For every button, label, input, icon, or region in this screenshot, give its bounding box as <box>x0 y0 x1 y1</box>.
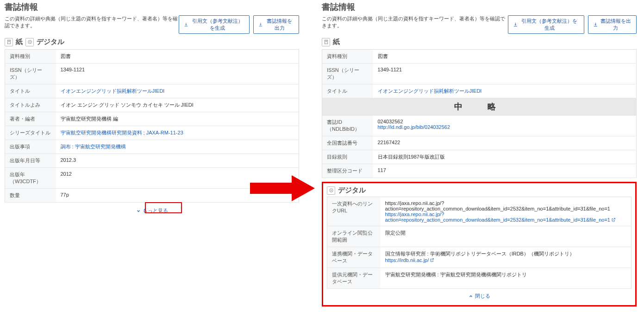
row-value: 調布 : 宇宙航空研究開発機構 <box>56 140 299 154</box>
value-link[interactable]: http://id.ndl.go.jp/bib/024032562 <box>378 124 450 130</box>
row-label: ISSN（シリーズ） <box>322 64 373 84</box>
export-bib-label: 書誌情報を出力 <box>600 18 631 32</box>
row-value: イオン エンジン グリッド ソンモウ カイセキ ツール JIEDI <box>56 98 299 112</box>
row-value: 1349-1121 <box>373 64 637 84</box>
chevron-up-icon <box>469 294 473 299</box>
external-link-icon <box>430 258 434 262</box>
bib-table-digital: 一次資料へのリンクURLhttps://jaxa.repo.nii.ac.jp/… <box>327 197 631 289</box>
table-row: 出版事項調布 : 宇宙航空研究開発機構 <box>5 140 299 154</box>
digital-icon <box>25 38 34 46</box>
row-value: 図書 <box>373 50 637 64</box>
export-bib-button[interactable]: 書誌情報を出力 <box>253 15 299 34</box>
bib-table-mid: 書誌ID（NDLBibID）024032562http://id.ndl.go.… <box>322 115 637 178</box>
paper-label: 紙 <box>333 38 340 46</box>
table-row: 資料種別図書 <box>5 50 299 64</box>
row-value: 宇宙航空研究開発機構 : 宇宙航空研究開発機構機関リポジトリ <box>381 268 631 289</box>
row-value: 図書 <box>56 50 299 64</box>
paper-label: 紙 <box>16 38 23 46</box>
row-label: 出版年（W3CDTF） <box>5 168 56 189</box>
paper-icon <box>5 38 13 46</box>
value-link[interactable]: イオンエンジングリッド損耗解析ツールJIEDI <box>378 88 482 94</box>
row-label: タイトルよみ <box>5 98 56 112</box>
download-icon <box>184 22 188 27</box>
table-row: タイトルよみイオン エンジン グリッド ソンモウ カイセキ ツール JIEDI <box>5 98 299 112</box>
row-label: 連携機関・データベース <box>327 247 381 268</box>
bib-table-top: 資料種別図書ISSN（シリーズ）1349-1121タイトルイオンエンジングリッド… <box>322 49 637 98</box>
digital-label: デジタル <box>338 186 366 195</box>
row-value: 22167422 <box>373 136 637 150</box>
close-button[interactable]: 閉じる <box>460 291 499 301</box>
row-label: タイトル <box>322 84 373 98</box>
table-row: 整理区分コード117 <box>322 164 637 178</box>
row-label: オンライン閲覧公開範囲 <box>327 226 381 247</box>
table-row: タイトルイオンエンジングリッド損耗解析ツールJIEDI <box>5 84 299 98</box>
row-value: 宇宙航空研究開発機構 編 <box>56 112 299 126</box>
row-value: 2012.3 <box>56 154 299 168</box>
value-link[interactable]: 調布 : 宇宙航空研究開発機構 <box>61 144 126 149</box>
row-value: イオンエンジングリッド損耗解析ツールJIEDI <box>56 84 299 98</box>
highlight-box-more <box>145 202 182 213</box>
generate-citation-label: 引用文（参考文献注）を生成 <box>520 18 579 32</box>
digital-highlight-box: デジタル 一次資料へのリンクURLhttps://jaxa.repo.nii.a… <box>322 182 637 307</box>
row-value: 024032562http://id.ndl.go.jp/bib/0240325… <box>373 115 637 136</box>
subtitle: この資料の詳細や典拠（同じ主題の資料を指すキーワード、著者名）等を確認できます。 <box>5 15 179 29</box>
row-value: イオンエンジングリッド損耗解析ツールJIEDI <box>373 84 637 98</box>
svg-point-1 <box>28 40 31 44</box>
table-row: 目録規則日本目録規則1987年版改訂版 <box>322 150 637 164</box>
svg-point-6 <box>331 190 331 191</box>
export-bib-button[interactable]: 書誌情報を出力 <box>588 15 637 34</box>
chevron-down-icon <box>136 209 141 213</box>
digital-icon <box>327 186 335 195</box>
svg-marker-3 <box>250 175 315 201</box>
row-label: 資料種別 <box>322 50 373 64</box>
table-row: シリーズタイトル宇宙航空研究開発機構研究開発資料 ; JAXA-RM-11-23 <box>5 126 299 140</box>
row-value: 1349-1121 <box>56 64 299 84</box>
row-label: ISSN（シリーズ） <box>5 64 56 84</box>
value-link[interactable]: https://irdb.nii.ac.jp/ <box>385 257 429 263</box>
value-link[interactable]: https://jaxa.repo.nii.ac.jp/?action=repo… <box>385 211 610 223</box>
download-icon <box>593 22 598 27</box>
omitted-banner: 中 略 <box>322 98 637 115</box>
red-arrow-icon <box>250 175 315 201</box>
download-icon <box>258 22 263 27</box>
row-label: 著者・編者 <box>5 112 56 126</box>
table-row: 出版年月日等2012.3 <box>5 154 299 168</box>
svg-point-2 <box>29 42 30 43</box>
row-value: 国立情報学研究所 : 学術機関リポジトリデータベース（IRDB）（機関リポジトリ… <box>381 247 631 268</box>
row-label: 資料種別 <box>5 50 56 64</box>
svg-point-5 <box>329 189 332 192</box>
row-label: シリーズタイトル <box>5 126 56 140</box>
row-label: 書誌ID（NDLBibID） <box>322 115 373 136</box>
right-panel: 書誌情報 この資料の詳細や典拠（同じ主題の資料を指すキーワード、著者名）等を確認… <box>322 1 637 307</box>
row-value: 限定公開 <box>381 226 631 247</box>
row-value: 117 <box>373 164 637 178</box>
row-value: 日本目録規則1987年版改訂版 <box>373 150 637 164</box>
generate-citation-button[interactable]: 引用文（参考文献注）を生成 <box>508 15 584 34</box>
table-row: 提供元機関・データベース宇宙航空研究開発機構 : 宇宙航空研究開発機構機関リポジ… <box>327 268 631 289</box>
value-link[interactable]: イオンエンジングリッド損耗解析ツールJIEDI <box>61 88 165 94</box>
row-label: 出版年月日等 <box>5 154 56 168</box>
subtitle: この資料の詳細や典拠（同じ主題の資料を指すキーワード、著者名）等を確認できます。 <box>322 15 508 29</box>
row-label: 数量 <box>5 189 56 203</box>
heading: 書誌情報 <box>322 1 637 13</box>
digital-label: デジタル <box>37 38 64 46</box>
table-row: 全国書誌番号22167422 <box>322 136 637 150</box>
row-value: https://jaxa.repo.nii.ac.jp/?action=repo… <box>381 197 631 226</box>
generate-citation-button[interactable]: 引用文（参考文献注）を生成 <box>179 15 250 34</box>
value-link[interactable]: 宇宙航空研究開発機構研究開発資料 ; JAXA-RM-11-23 <box>61 130 183 135</box>
row-label: 一次資料へのリンクURL <box>327 197 381 226</box>
table-row: タイトルイオンエンジングリッド損耗解析ツールJIEDI <box>322 84 637 98</box>
row-label: 出版事項 <box>5 140 56 154</box>
row-label: 全国書誌番号 <box>322 136 373 150</box>
download-icon <box>513 22 518 27</box>
table-row: 資料種別図書 <box>322 50 637 64</box>
row-label: 提供元機関・データベース <box>327 268 381 289</box>
table-row: 連携機関・データベース国立情報学研究所 : 学術機関リポジトリデータベース（IR… <box>327 247 631 268</box>
table-row: 著者・編者宇宙航空研究開発機構 編 <box>5 112 299 126</box>
row-label: 目録規則 <box>322 150 373 164</box>
table-row: ISSN（シリーズ）1349-1121 <box>322 64 637 84</box>
table-row: 書誌ID（NDLBibID）024032562http://id.ndl.go.… <box>322 115 637 136</box>
heading: 書誌情報 <box>5 1 299 13</box>
row-label: 整理区分コード <box>322 164 373 178</box>
table-row: ISSN（シリーズ）1349-1121 <box>5 64 299 84</box>
